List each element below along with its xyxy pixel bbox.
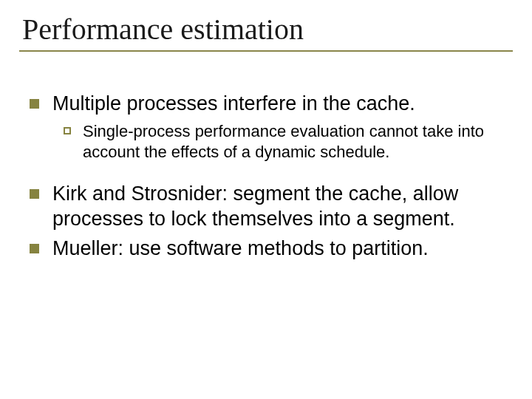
square-bullet-icon bbox=[30, 99, 39, 109]
sub-bullet-text: Single-process performance evaluation ca… bbox=[83, 121, 497, 163]
bullet-item: Multiple processes interfere in the cach… bbox=[30, 92, 513, 117]
bullet-item: Kirk and Strosnider: segment the cache, … bbox=[30, 182, 513, 232]
square-bullet-icon bbox=[30, 244, 39, 253]
bullet-text: Kirk and Strosnider: segment the cache, … bbox=[52, 182, 513, 232]
bullet-item: Mueller: use software methods to partiti… bbox=[30, 236, 513, 262]
slide: Performance estimation Multiple processe… bbox=[0, 0, 532, 399]
sub-bullet-item: Single-process performance evaluation ca… bbox=[64, 121, 513, 163]
bullet-text: Multiple processes interfere in the cach… bbox=[52, 92, 415, 117]
bullet-text: Mueller: use software methods to partiti… bbox=[52, 236, 429, 262]
title-block: Performance estimation bbox=[19, 13, 513, 52]
slide-title: Performance estimation bbox=[22, 13, 513, 46]
square-bullet-icon bbox=[30, 189, 39, 199]
hollow-square-bullet-icon bbox=[64, 127, 71, 134]
slide-content: Multiple processes interfere in the cach… bbox=[19, 92, 513, 261]
